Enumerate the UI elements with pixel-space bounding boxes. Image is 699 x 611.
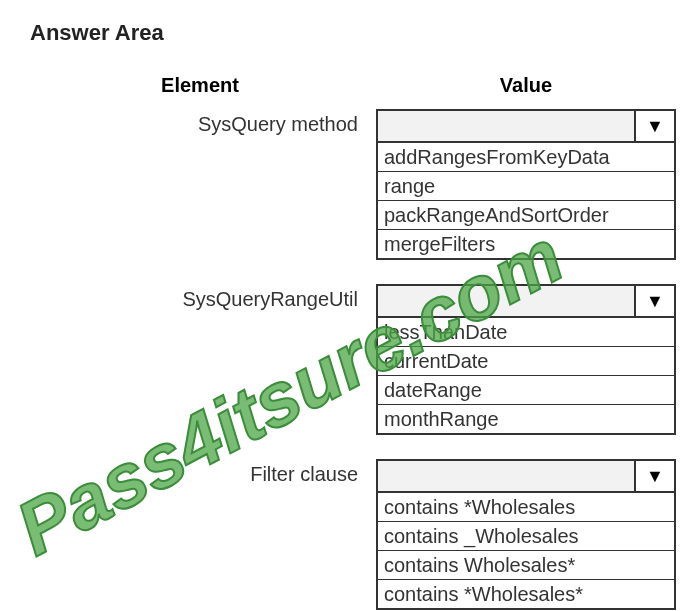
option-item[interactable]: lessThanDate bbox=[378, 318, 674, 347]
option-item[interactable]: contains *Wholesales* bbox=[378, 580, 674, 608]
option-item[interactable]: mergeFilters bbox=[378, 230, 674, 258]
dropdown-sysquery-method[interactable]: ▼ bbox=[376, 109, 676, 143]
row-label: SysQueryRangeUtil bbox=[30, 284, 370, 459]
option-item[interactable]: packRangeAndSortOrder bbox=[378, 201, 674, 230]
dropdown-sysqueryrangeutil[interactable]: ▼ bbox=[376, 284, 676, 318]
option-item[interactable]: dateRange bbox=[378, 376, 674, 405]
option-item[interactable]: monthRange bbox=[378, 405, 674, 433]
option-item[interactable]: addRangesFromKeyData bbox=[378, 143, 674, 172]
chevron-down-icon: ▼ bbox=[634, 461, 674, 491]
value-block: ▼ lessThanDate currentDate dateRange mon… bbox=[376, 284, 676, 435]
dropdown-filter-clause[interactable]: ▼ bbox=[376, 459, 676, 493]
option-list: contains *Wholesales contains _Wholesale… bbox=[376, 493, 676, 610]
row-label: SysQuery method bbox=[30, 109, 370, 284]
dropdown-selected-value bbox=[378, 461, 634, 491]
option-item[interactable]: currentDate bbox=[378, 347, 674, 376]
chevron-down-icon: ▼ bbox=[634, 286, 674, 316]
value-block: ▼ addRangesFromKeyData range packRangeAn… bbox=[376, 109, 676, 260]
dropdown-selected-value bbox=[378, 286, 634, 316]
column-header-value: Value bbox=[376, 74, 676, 109]
dropdown-selected-value bbox=[378, 111, 634, 141]
option-list: lessThanDate currentDate dateRange month… bbox=[376, 318, 676, 435]
option-item[interactable]: contains _Wholesales bbox=[378, 522, 674, 551]
chevron-down-icon: ▼ bbox=[634, 111, 674, 141]
page-title: Answer Area bbox=[30, 20, 669, 46]
answer-grid: Element Value SysQuery method ▼ addRange… bbox=[30, 74, 669, 611]
option-list: addRangesFromKeyData range packRangeAndS… bbox=[376, 143, 676, 260]
column-header-element: Element bbox=[30, 74, 370, 109]
value-block: ▼ contains *Wholesales contains _Wholesa… bbox=[376, 459, 676, 610]
option-item[interactable]: contains *Wholesales bbox=[378, 493, 674, 522]
option-item[interactable]: range bbox=[378, 172, 674, 201]
option-item[interactable]: contains Wholesales* bbox=[378, 551, 674, 580]
row-label: Filter clause bbox=[30, 459, 370, 611]
